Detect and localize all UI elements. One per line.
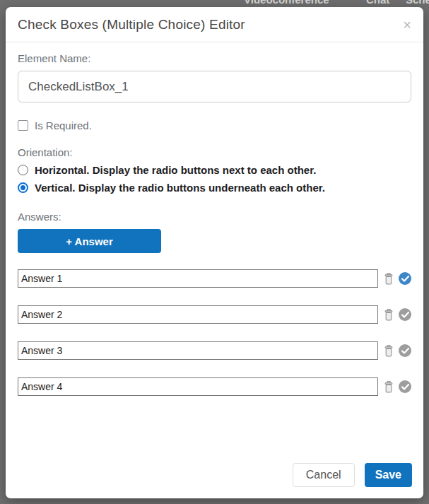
answer-input-1[interactable]: [18, 269, 378, 288]
answer-unselected-check-icon[interactable]: [399, 344, 411, 357]
radio-selected-icon[interactable]: [18, 182, 28, 193]
answer-row: [18, 305, 411, 324]
orientation-horizontal-label: Horizontal. Display the radio buttons ne…: [35, 164, 316, 176]
nav-item-videoconference[interactable]: Videoconference: [244, 0, 329, 6]
answer-input-2[interactable]: [18, 305, 378, 324]
save-button[interactable]: Save: [365, 463, 412, 487]
add-answer-button[interactable]: + Answer: [18, 229, 161, 253]
close-icon[interactable]: ×: [403, 18, 411, 32]
answer-input-3[interactable]: [18, 341, 378, 360]
answer-row: [18, 269, 411, 288]
element-name-input[interactable]: [18, 71, 411, 102]
dialog-footer: Cancel Save: [6, 460, 423, 498]
is-required-label: Is Required.: [35, 119, 92, 131]
orientation-vertical-label: Vertical. Display the radio buttons unde…: [35, 182, 325, 194]
dialog-title: Check Boxes (Multiple Choice) Editor: [18, 17, 245, 33]
background-navbar: Videoconference Chat Scheduling: [0, 0, 429, 7]
answer-row: [18, 377, 411, 396]
is-required-checkbox[interactable]: [18, 120, 28, 131]
element-name-label: Element Name:: [18, 52, 411, 64]
cancel-button[interactable]: Cancel: [293, 463, 355, 487]
answer-selected-check-icon[interactable]: [399, 272, 411, 285]
answer-unselected-check-icon[interactable]: [399, 308, 411, 321]
orientation-label: Orientation:: [18, 146, 411, 158]
trash-icon[interactable]: [383, 380, 394, 394]
radio-unselected-icon[interactable]: [18, 165, 28, 175]
trash-icon[interactable]: [383, 344, 394, 358]
orientation-option-horizontal[interactable]: Horizontal. Display the radio buttons ne…: [18, 164, 411, 176]
answer-unselected-check-icon[interactable]: [399, 380, 411, 393]
dialog-body: Element Name: Is Required. Orientation: …: [6, 42, 423, 460]
is-required-row[interactable]: Is Required.: [18, 119, 411, 131]
nav-item-chat[interactable]: Chat: [366, 0, 389, 6]
checkboxes-editor-dialog: Check Boxes (Multiple Choice) Editor × E…: [6, 7, 423, 498]
trash-icon[interactable]: [383, 272, 394, 286]
answer-row: [18, 341, 411, 360]
dialog-header: Check Boxes (Multiple Choice) Editor ×: [6, 7, 423, 42]
orientation-option-vertical[interactable]: Vertical. Display the radio buttons unde…: [18, 182, 411, 194]
answers-label: Answers:: [18, 211, 411, 223]
nav-item-scheduling[interactable]: Scheduling: [406, 0, 429, 6]
trash-icon[interactable]: [383, 308, 394, 322]
answer-input-4[interactable]: [18, 377, 378, 396]
